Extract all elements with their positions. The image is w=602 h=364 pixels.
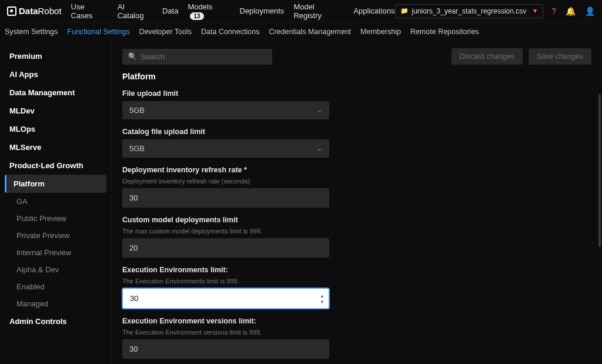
catalog-upload-label: Catalog file upload limit [122,128,329,136]
exec-env-versions-input[interactable] [122,339,329,359]
models-count-badge: 13 [190,12,203,20]
topnav-items: Use Cases AI Catalog Data Models 13 Depl… [71,2,395,20]
file-upload-select[interactable]: 5GB ⌄ [122,101,329,119]
section-title: Platform [122,72,591,81]
sidebar-public-preview[interactable]: Public Preview [0,210,111,227]
search-icon: 🔍 [128,52,137,61]
search-box[interactable]: 🔍 [122,49,272,65]
sidebar-internal-preview[interactable]: Internal Preview [0,244,111,261]
exec-env-help: The Execution Environments limit is 999. [122,278,329,285]
sidebar-managed[interactable]: Managed [0,295,111,312]
number-spinner[interactable]: ▲ ▼ [320,293,325,304]
nav-ai-catalog[interactable]: AI Catalog [118,2,153,20]
bell-icon[interactable]: 🔔 [566,6,576,16]
nav-use-cases[interactable]: Use Cases [71,2,108,20]
nav-applications[interactable]: Applications [353,6,394,15]
sidebar-ai-apps[interactable]: AI Apps [0,65,111,84]
catalog-upload-value: 5GB [129,144,145,153]
sidebar-ga[interactable]: GA [0,193,111,210]
project-name: juniors_3_year_stats_regression.csv [412,7,527,15]
exec-env-label: Execution Environments limit: [122,266,329,274]
sidebar-alpha-dev[interactable]: Alpha & Dev [0,261,111,278]
nav-model-registry[interactable]: Model Registry [293,2,344,20]
chevron-down-icon: ⌄ [317,145,322,152]
deploy-refresh-input[interactable] [122,188,329,208]
field-deploy-refresh: Deployment inventory refresh rate * Depl… [122,166,329,208]
brand-logo[interactable]: DataRobot [7,6,62,16]
deploy-refresh-help: Deployment inventory refresh rate (secon… [122,178,329,185]
custom-model-label: Custom model deployments limit [122,216,329,224]
field-exec-env-versions: Execution Environment versions limit: Th… [122,317,329,359]
chevron-down-icon: ▼ [532,8,538,14]
folder-icon: 📁 [400,7,409,15]
field-exec-env: Execution Environments limit: The Execut… [122,266,329,309]
file-upload-label: File upload limit [122,89,329,98]
chevron-up-icon[interactable]: ▲ [320,293,325,298]
field-catalog-upload: Catalog file upload limit 5GB ⌄ [122,128,329,158]
search-input[interactable] [141,52,266,61]
top-nav: DataRobot Use Cases AI Catalog Data Mode… [0,0,602,22]
custom-model-input[interactable] [122,238,329,258]
custom-model-help: The max custom model deployments limit i… [122,228,329,235]
sidebar-enabled[interactable]: Enabled [0,278,111,295]
user-icon[interactable]: 👤 [585,6,595,16]
subnav-membership[interactable]: Membership [360,28,401,36]
file-upload-value: 5GB [129,106,145,115]
subnav-credentials-management[interactable]: Credentials Management [269,28,351,36]
sidebar-admin-controls[interactable]: Admin Controls [0,312,111,330]
subnav: System Settings Functional Settings Deve… [0,22,602,41]
field-file-upload: File upload limit 5GB ⌄ [122,89,329,119]
subnav-developer-tools[interactable]: Developer Tools [139,28,192,36]
catalog-upload-select[interactable]: 5GB ⌄ [122,139,329,158]
scrollbar-thumb[interactable] [598,94,601,247]
chevron-down-icon: ⌄ [317,106,322,114]
sidebar-mlserve[interactable]: MLServe [0,138,111,156]
brand-name-suffix: Robot [38,6,62,16]
subnav-functional-settings[interactable]: Functional Settings [67,28,129,36]
brand-name-prefix: Data [19,6,38,16]
exec-env-input[interactable] [122,288,329,309]
subnav-data-connections[interactable]: Data Connections [201,28,259,36]
sidebar-data-management[interactable]: Data Management [0,84,111,102]
header-actions: Discard changes Save changes [452,48,591,65]
content-header: 🔍 Discard changes Save changes [122,48,591,65]
save-button[interactable]: Save changes [529,48,591,65]
sidebar-mldev[interactable]: MLDev [0,102,111,120]
chevron-down-icon[interactable]: ▼ [320,299,325,304]
sidebar-product-led-growth[interactable]: Product-Led Growth [0,156,111,175]
exec-env-versions-label: Execution Environment versions limit: [122,317,329,325]
sidebar-premium[interactable]: Premium [0,47,111,65]
sidebar-private-preview[interactable]: Private Preview [0,227,111,244]
help-icon[interactable]: ? [551,6,556,16]
nav-models[interactable]: Models 13 [188,2,230,20]
sidebar-mlops[interactable]: MLOps [0,120,111,138]
robot-icon [7,6,16,16]
exec-env-versions-help: The Execution Environment versions limit… [122,329,329,336]
subnav-remote-repositories[interactable]: Remote Repositories [410,28,479,36]
field-custom-model: Custom model deployments limit The max c… [122,216,329,258]
subnav-system-settings[interactable]: System Settings [5,28,58,36]
scrollbar[interactable] [598,94,601,282]
content-pane: 🔍 Discard changes Save changes Platform … [112,41,602,364]
deploy-refresh-label: Deployment inventory refresh rate * [122,166,329,174]
nav-data[interactable]: Data [162,6,178,15]
project-picker[interactable]: 📁 juniors_3_year_stats_regression.csv ▼ [395,4,544,18]
discard-button[interactable]: Discard changes [452,48,523,65]
sidebar: Premium AI Apps Data Management MLDev ML… [0,41,112,364]
nav-deployments[interactable]: Deployments [240,6,285,15]
topnav-icons: ? 🔔 👤 [551,6,595,16]
nav-models-label: Models [188,2,212,11]
sidebar-platform[interactable]: Platform [5,175,106,193]
